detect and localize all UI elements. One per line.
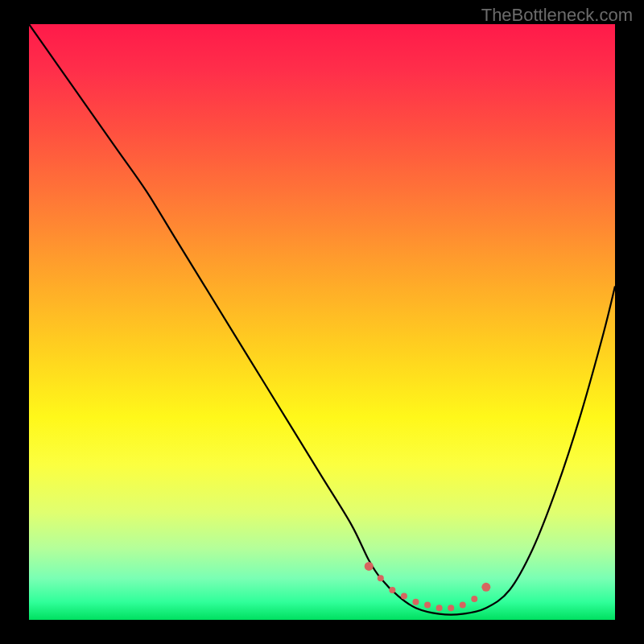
bottleneck-curve [29,24,615,615]
valley-point [424,602,431,609]
valley-point [436,605,443,611]
valley-point [412,599,419,605]
valley-point [471,596,477,602]
chart-plot-area [29,24,615,620]
chart-svg [29,24,615,620]
valley-highlight-points [365,562,491,611]
valley-point [378,575,384,581]
valley-point [365,562,374,571]
valley-point [448,605,454,611]
valley-point [481,583,490,592]
valley-point [401,592,407,599]
valley-point [460,602,466,609]
valley-point [389,587,395,593]
watermark-text: TheBottleneck.com [481,5,633,26]
